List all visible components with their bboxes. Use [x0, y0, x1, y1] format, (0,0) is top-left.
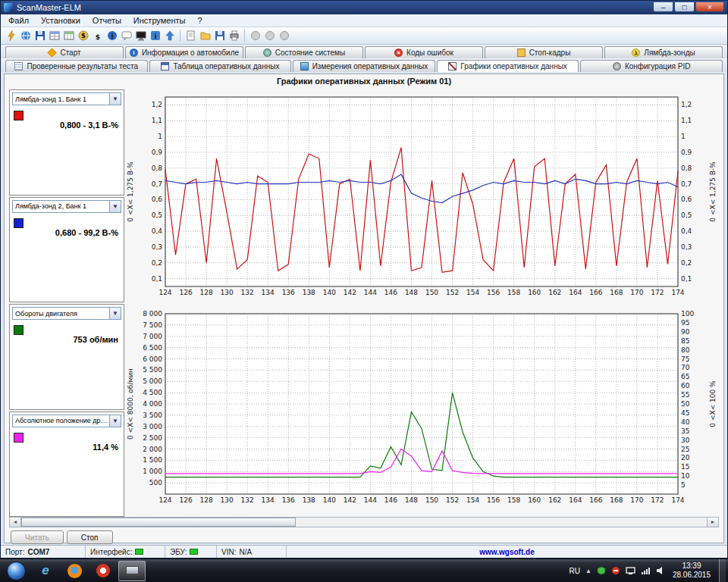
scroll-thumb[interactable] — [21, 518, 296, 527]
svg-text:128: 128 — [199, 289, 212, 296]
chevron-down-icon[interactable]: ▼ — [109, 308, 121, 319]
chart-scrollbar[interactable]: ◄ ► — [9, 517, 719, 527]
dollar-icon[interactable]: $ — [90, 29, 105, 43]
chevron-down-icon[interactable]: ▼ — [109, 93, 121, 105]
svg-text:50: 50 — [681, 400, 690, 408]
taskbar-scanmaster-button[interactable] — [118, 561, 146, 581]
tab-data-graphs[interactable]: Графики оперативных данных — [437, 60, 579, 72]
tab-pid-config[interactable]: Конфигурация PID — [580, 60, 723, 72]
tab-data-measurements[interactable]: Измерения оперативных данных — [293, 60, 435, 72]
taskbar-ie-button[interactable]: e — [32, 561, 59, 581]
menu-file[interactable]: Файл — [2, 15, 35, 26]
wgsoft-link[interactable]: www.wgsoft.de — [479, 548, 534, 556]
measurements-icon — [300, 62, 309, 70]
save-icon[interactable] — [33, 29, 47, 43]
pid-dropdown-3[interactable]: Обороты двигателя ▼ — [12, 307, 121, 320]
record2-icon[interactable] — [262, 29, 277, 43]
save2-icon[interactable] — [212, 29, 227, 43]
maximize-button[interactable]: □ — [674, 2, 695, 12]
svg-text:154: 154 — [466, 289, 479, 296]
language-indicator[interactable]: RU — [570, 567, 580, 575]
scroll-right-icon[interactable]: ► — [707, 518, 718, 527]
read-button[interactable]: Читать — [11, 530, 64, 544]
monitor-icon[interactable] — [133, 29, 148, 43]
svg-text:40: 40 — [681, 418, 690, 426]
tab-data-table[interactable]: Таблица оперативных данных — [149, 60, 292, 72]
parameter-sidebar: Лямбда-зонд 1, Банк 1 ▼ 0,800 - 3,1 В-% … — [9, 89, 124, 517]
show-desktop-button[interactable] — [719, 559, 726, 582]
upload-icon[interactable] — [162, 29, 177, 43]
svg-text:i: i — [154, 33, 156, 40]
tray-volume-icon[interactable] — [656, 566, 665, 575]
pid-dropdown-1[interactable]: Лямбда-зонд 1, Банк 1 ▼ — [12, 92, 121, 105]
title-bar[interactable]: ScanMaster-ELM – □ × — [1, 1, 727, 14]
tab-vehicle-info[interactable]: iИнформация о автомобиле — [125, 46, 243, 58]
tray-network-icon[interactable] — [641, 566, 651, 575]
svg-text:0,9: 0,9 — [152, 149, 163, 156]
table-icon[interactable] — [47, 29, 61, 43]
svg-text:1 500: 1 500 — [143, 456, 162, 464]
menu-help[interactable]: ? — [191, 15, 208, 26]
svg-text:0 <X< 1,275 В-%: 0 <X< 1,275 В-% — [127, 161, 134, 222]
svg-text:0 <X< 8000, об/мин: 0 <X< 8000, об/мин — [127, 368, 134, 440]
window-title: ScanMaster-ELM — [17, 3, 81, 12]
svg-text:158: 158 — [507, 289, 520, 296]
svg-text:124: 124 — [158, 496, 171, 504]
globe-icon[interactable] — [18, 29, 33, 43]
start-button[interactable] — [7, 562, 26, 580]
svg-text:168: 168 — [610, 289, 623, 296]
chat-icon[interactable] — [119, 29, 133, 43]
svg-text:132: 132 — [241, 496, 254, 504]
hidden-icons-chevron-icon[interactable]: ▲ — [585, 568, 592, 574]
status-bar: Порт: COM7 Интерфейс: ЭБУ: VIN: N/A www.… — [1, 545, 727, 558]
info-icon[interactable]: i — [105, 29, 119, 43]
series-color-swatch-4 — [14, 433, 24, 443]
tray-display-icon[interactable] — [626, 566, 635, 575]
tab-test-results[interactable]: Проверенные результаты теста — [5, 60, 148, 72]
record3-icon[interactable] — [277, 29, 291, 43]
tab-system-status[interactable]: Состояние системы — [245, 46, 363, 58]
stop-button[interactable]: Стоп — [67, 530, 113, 544]
svg-text:150: 150 — [425, 289, 438, 296]
svg-text:160: 160 — [528, 289, 541, 296]
coins-icon[interactable]: $ — [76, 29, 90, 43]
svg-text:0,8: 0,8 — [681, 164, 692, 172]
tray-shield-icon[interactable] — [597, 566, 606, 575]
svg-text:156: 156 — [487, 289, 500, 296]
svg-text:1,1: 1,1 — [681, 117, 692, 124]
folder-icon[interactable] — [198, 29, 212, 43]
taskbar-firefox-button[interactable] — [61, 561, 88, 581]
svg-text:134: 134 — [262, 289, 275, 296]
taskbar-clock[interactable]: 13:39 28.06.2015 — [673, 562, 711, 580]
svg-text:0,8: 0,8 — [152, 164, 163, 172]
scroll-left-icon[interactable]: ◄ — [10, 518, 21, 527]
tray-antivirus-icon[interactable] — [611, 566, 620, 575]
grid-icon[interactable] — [61, 29, 76, 43]
svg-text:7 000: 7 000 — [143, 333, 162, 340]
svg-text:0,7: 0,7 — [681, 180, 692, 188]
tab-start[interactable]: Старт — [5, 46, 124, 58]
start-icon — [48, 48, 57, 57]
tab-freeze-frames[interactable]: Стоп-кадры — [485, 46, 603, 58]
connect-icon[interactable] — [4, 29, 18, 43]
scroll-track[interactable] — [21, 518, 707, 527]
close-button[interactable]: × — [695, 2, 724, 12]
menu-tools[interactable]: Инструменты — [127, 15, 192, 26]
info-blue-icon[interactable]: i — [148, 29, 162, 43]
chevron-down-icon[interactable]: ▼ — [109, 201, 121, 212]
document-icon[interactable] — [184, 29, 198, 43]
taskbar-browser-button[interactable] — [89, 561, 117, 581]
parameter-value-4: 11,4 % — [93, 443, 118, 452]
tab-lambda[interactable]: λЛямбда-зонды — [604, 46, 723, 58]
minimize-button[interactable]: – — [653, 2, 673, 12]
printer-icon[interactable] — [227, 29, 241, 43]
svg-text:8 000: 8 000 — [143, 310, 162, 318]
menu-settings[interactable]: Установки — [35, 15, 86, 26]
menu-reports[interactable]: Отчеты — [86, 15, 127, 26]
pid-dropdown-4[interactable]: Абсолютное положение дроссе... ▼ — [12, 415, 121, 427]
chevron-down-icon[interactable]: ▼ — [109, 415, 121, 427]
record-icon[interactable] — [248, 29, 262, 43]
pid-dropdown-2[interactable]: Лямбда-зонд 2, Банк 1 ▼ — [12, 200, 121, 213]
tab-dtc[interactable]: ×Коды ошибок — [365, 46, 483, 58]
svg-text:15: 15 — [681, 463, 689, 471]
